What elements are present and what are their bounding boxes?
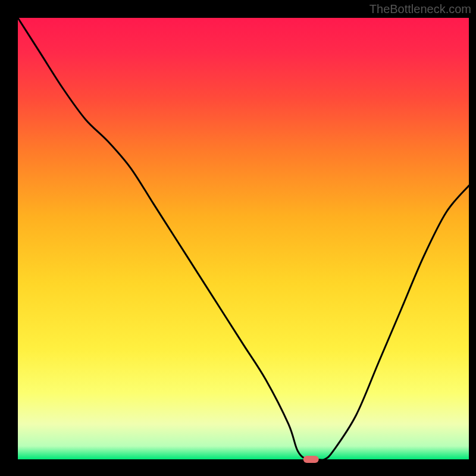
optimal-marker	[303, 456, 319, 463]
watermark-text: TheBottleneck.com	[369, 2, 471, 16]
plot-background	[18, 18, 469, 459]
chart-container: { "watermark": "TheBottleneck.com", "cha…	[0, 0, 476, 476]
bottleneck-chart	[0, 0, 476, 476]
